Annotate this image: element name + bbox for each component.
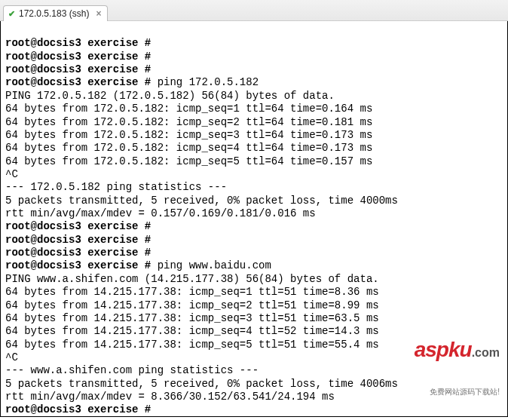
tab-close-icon[interactable]: ×: [96, 8, 101, 19]
ping-reply: 64 bytes from 172.0.5.182: icmp_seq=4 tt…: [5, 142, 503, 155]
ping-reply: 64 bytes from 172.0.5.182: icmp_seq=5 tt…: [5, 155, 503, 168]
watermark-subtitle: 免费网站源码下载站!: [415, 388, 500, 397]
prompt-line: root@docsis3 exercise #: [5, 51, 503, 63]
ping-reply: 64 bytes from 172.0.5.182: icmp_seq=3 tt…: [5, 129, 503, 142]
prompt-line: root@docsis3 exercise #: [5, 234, 503, 247]
watermark: aspku.com 免费网站源码下载站!: [415, 311, 500, 410]
tab-ssh[interactable]: ✔ 172.0.5.183 (ssh) ×: [3, 5, 108, 21]
prompt-line: root@docsis3 exercise #: [5, 63, 503, 76]
prompt-line: root@docsis3 exercise # ping 172.0.5.182: [5, 76, 503, 89]
ping-stats: rtt min/avg/max/mdev = 0.157/0.169/0.181…: [5, 207, 503, 220]
ping-header: PING 172.0.5.182 (172.0.5.182) 56(84) by…: [5, 90, 503, 103]
prompt-line: root@docsis3 exercise #: [5, 220, 503, 233]
ping-stats-header: --- 172.0.5.182 ping statistics ---: [5, 181, 503, 194]
watermark-brand: aspku.com: [415, 337, 500, 363]
terminal-output[interactable]: root@docsis3 exercise #root@docsis3 exer…: [0, 21, 508, 417]
prompt-line: root@docsis3 exercise #: [5, 37, 503, 50]
ping-stats: 5 packets transmitted, 5 received, 0% pa…: [5, 195, 503, 207]
prompt-line: root@docsis3 exercise #: [5, 247, 503, 259]
break: ^C: [5, 168, 503, 181]
tab-title: 172.0.5.183 (ssh): [19, 8, 89, 19]
connected-icon: ✔: [8, 9, 15, 19]
tab-bar: ✔ 172.0.5.183 (ssh) ×: [0, 0, 508, 21]
ping-reply: 64 bytes from 14.215.177.38: icmp_seq=1 …: [5, 286, 503, 299]
ping-header: PING www.a.shifen.com (14.215.177.38) 56…: [5, 273, 503, 286]
ping-reply: 64 bytes from 172.0.5.182: icmp_seq=2 tt…: [5, 116, 503, 129]
ping-reply: 64 bytes from 172.0.5.182: icmp_seq=1 tt…: [5, 103, 503, 115]
prompt-line: root@docsis3 exercise # ping www.baidu.c…: [5, 259, 503, 272]
